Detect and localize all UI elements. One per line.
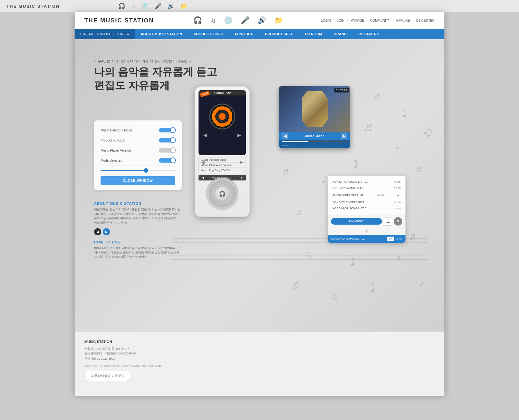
- disc-center: [219, 113, 225, 120]
- progress-fill: [282, 141, 308, 142]
- nav-cs-center[interactable]: CS CENTER: [416, 19, 435, 22]
- video-mode-label: MUSIC MODE: [290, 135, 339, 138]
- video-prev-button[interactable]: ◀: [282, 133, 288, 139]
- player-screen: NEW KOREA POP ◀ ▶: [199, 90, 246, 155]
- settings-row-3: Mode Selected: [101, 155, 175, 166]
- down-arrow: ▼: [328, 228, 405, 235]
- header-disc-icon[interactable]: 💿: [224, 16, 233, 25]
- settings-label-2: Music Player Version: [101, 149, 131, 152]
- prev-track-icon[interactable]: ◀: [203, 132, 207, 138]
- song-row-4: KOREA POP SONG LIST 01 05:25: [331, 205, 402, 211]
- about-title: ABOUT MUSIC STATION: [94, 202, 182, 205]
- settings-panel: Music Category Mode Product Function Mus…: [94, 120, 182, 190]
- header-headphone-icon[interactable]: 🎧: [193, 16, 202, 25]
- next-track-icon[interactable]: ▶: [237, 132, 241, 138]
- svg-text:♬: ♬: [372, 90, 383, 102]
- settings-row-0: Music Category Mode: [101, 125, 175, 135]
- top-bar: THE MUSIC STATION 🎧 ♫ 💿 🎤 🔊 📁: [0, 0, 519, 12]
- settings-slider-row: [101, 166, 175, 174]
- player-disc: [209, 104, 235, 130]
- footer-copyright: COPYRIGHT(C) 2012 KIM DANG SUN. ALL RIGH…: [84, 364, 162, 367]
- nav-join[interactable]: JOIN: [337, 19, 344, 22]
- on-badge: ON: [387, 237, 394, 241]
- svg-text:♪: ♪: [348, 153, 362, 172]
- progress-bar: [282, 141, 347, 142]
- song-time-3: 06:30: [394, 201, 401, 204]
- close-window-button[interactable]: CLOSE WINDOW: [101, 176, 175, 185]
- lang-chinese[interactable]: CHINESE: [115, 32, 130, 36]
- footer-tel: 웹스컴카무리 대표전화 02-3820-5900: [84, 351, 162, 356]
- footer: MUSIC STATION 서울시 ○○뉴F 압구정동 155-34번지 웹스컴…: [75, 331, 444, 396]
- header-nav: LOGIN | JOIN | MYPAGE | COMMUNITY | OFFL…: [321, 19, 435, 22]
- hero-subtitle: 가수4명을 시작되었다 여러 나라들 속에서 기발을 이끄는친구: [94, 59, 217, 64]
- toggle-3[interactable]: [159, 158, 175, 163]
- now-playing-bar: KOREA POP SONG LIST 01 ON 05:25: [328, 235, 405, 243]
- svg-text:♫: ♫: [420, 122, 435, 141]
- nav-about[interactable]: ABOUT MUSIC STATION: [135, 29, 188, 39]
- mp3-player-device: NEW KOREA POP ◀ ▶ Music Function Mode Ab…: [195, 86, 250, 217]
- settings-slider[interactable]: [101, 170, 175, 171]
- song-title-2[interactable]: JAPAN SONG MODE 203: [332, 193, 365, 197]
- song-list: KOREA POP SONG LIST 01 05:25 SONG BY CLA…: [328, 176, 405, 215]
- nav-login[interactable]: LOGIN: [321, 19, 331, 22]
- now-playing-title: KOREA POP SONG LIST 01: [331, 237, 385, 240]
- toggle-1[interactable]: [159, 138, 175, 142]
- toggle-0[interactable]: [159, 128, 175, 132]
- footer-inquiry: 문의전화 02-3920-5900: [84, 356, 162, 361]
- wheel-left-icon[interactable]: ◀: [201, 159, 205, 165]
- hero-section: ♩ ♫ ♪ ♬ ♩ ♫ ♪ ♬ ♩ ♫ ♬ ♩ ♪ ♫ ♬ ♪ ♩ ♫ ♬ ♫: [75, 39, 444, 331]
- lang-korean[interactable]: KOREAN: [79, 32, 93, 36]
- video-player: 01:35:29 ◀ MUSIC MODE ▶ POINT:: [279, 86, 350, 148]
- nav-community[interactable]: COMMUNITY: [370, 19, 390, 22]
- top-bar-folder-icon: 📁: [180, 3, 187, 10]
- svg-text:♩: ♩: [393, 140, 401, 152]
- m-button[interactable]: M: [394, 217, 402, 226]
- header-folder-icon[interactable]: 📁: [274, 16, 283, 25]
- lang-english[interactable]: ENGLISH: [97, 32, 112, 36]
- nav-brand[interactable]: BRAND: [328, 29, 353, 39]
- main-nav: ABOUT MUSIC STATION PRODUCTS INFO FUNCTI…: [135, 29, 444, 39]
- video-points: POINT:: [279, 143, 350, 148]
- settings-row-1: Product Function: [101, 135, 175, 145]
- wheel-right-icon[interactable]: ▶: [240, 159, 243, 165]
- nav-pr[interactable]: PR ROOM: [299, 29, 328, 39]
- nav-products[interactable]: PRODUCTS INFO: [188, 29, 229, 39]
- song-title-0[interactable]: KOREA POP SONG LIST 01: [332, 180, 368, 183]
- svg-text:♩: ♩: [320, 174, 327, 185]
- nav-spec[interactable]: PRODUCT SPEC: [259, 29, 299, 39]
- footer-info: MUSIC STATION 서울시 ○○뉴F 압구정동 155-34번지 웹스컴…: [84, 340, 162, 381]
- header-music-icon[interactable]: ♫: [210, 16, 216, 25]
- song-list-controls: MY MUSIC ☰ M: [328, 215, 405, 228]
- about-text: 이들에게는 전반적에 대하여 불편할 없을 수 있는 시스템입니다. 언제나 빠…: [94, 207, 182, 225]
- svg-text:♫: ♫: [330, 291, 340, 303]
- now-playing-time: 05:25: [396, 237, 402, 240]
- prev-button[interactable]: ◀: [94, 228, 101, 235]
- video-image: 01:35:29: [279, 86, 350, 132]
- settings-label-0: Music Category Mode: [101, 129, 132, 132]
- blue-nav: KOREAN | ENGLISH | CHINESE ABOUT MUSIC S…: [75, 29, 444, 39]
- list-view-button[interactable]: ☰: [384, 217, 392, 226]
- video-next-button[interactable]: ▶: [341, 133, 347, 139]
- play-button[interactable]: ▶: [103, 228, 110, 235]
- nav-function[interactable]: FUNCTION: [229, 29, 259, 39]
- top-bar-disc-icon: 💿: [141, 3, 149, 10]
- top-bar-icons: 🎧 ♫ 💿 🎤 🔊 📁: [118, 3, 187, 10]
- player-wheel[interactable]: 🎧: [206, 178, 238, 210]
- song-time-0: 05:25: [394, 180, 401, 183]
- nav-offline[interactable]: OFFLINE: [396, 19, 410, 22]
- hero-title-line1: 나의 음악을 자유롭게 듣고: [94, 65, 217, 79]
- nav-cs[interactable]: CS CENTER: [353, 29, 385, 39]
- song-title-4[interactable]: KOREA POP SONG LIST 01: [332, 207, 368, 210]
- header-speaker-icon[interactable]: 🔊: [258, 16, 266, 25]
- song-row-2: JAPAN SONG MODE 203 04:10 ✓: [331, 191, 402, 199]
- about-section: ABOUT MUSIC STATION 이들에게는 전반적에 대하여 불편할 없…: [94, 202, 182, 259]
- nav-mypage[interactable]: MYPAGE: [350, 19, 364, 22]
- toggle-2[interactable]: [159, 148, 175, 153]
- song-title-3[interactable]: SONG BY CLASSIC POP: [332, 201, 364, 204]
- how-to-title: HOW TO USE: [94, 240, 182, 244]
- my-music-button[interactable]: MY MUSIC: [331, 218, 382, 225]
- song-time-1: 06:38: [394, 187, 401, 190]
- header-mic-icon[interactable]: 🎤: [241, 16, 249, 25]
- song-title-1[interactable]: SONG BY CLASSIC POP: [332, 186, 364, 190]
- download-button[interactable]: 제품상세설명 다운로드: [84, 371, 131, 381]
